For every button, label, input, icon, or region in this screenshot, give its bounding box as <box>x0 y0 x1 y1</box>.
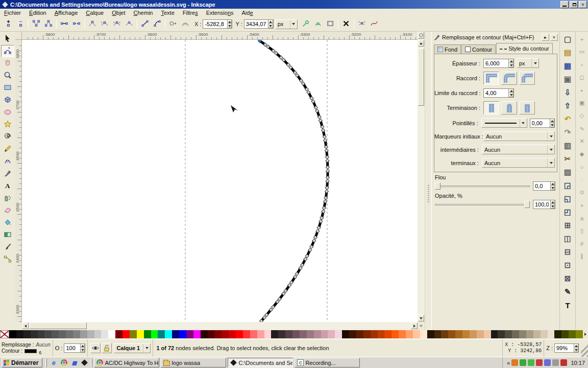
selector-tool[interactable] <box>1 33 14 45</box>
minimize-button[interactable] <box>560 1 569 8</box>
round-join-button[interactable] <box>501 72 517 85</box>
color-swatch[interactable] <box>193 330 201 338</box>
color-swatch[interactable] <box>9 330 16 338</box>
text-tool[interactable]: A <box>1 180 14 192</box>
task-acdc-highway-to-hell[interactable]: AC/DC Highway To Hel -... <box>94 358 159 367</box>
spinner-arrows[interactable] <box>268 19 274 29</box>
paint-bucket-tool[interactable] <box>1 217 14 229</box>
spinner-arrows[interactable] <box>509 59 514 68</box>
color-swatch[interactable] <box>413 330 420 338</box>
corner-node-button[interactable] <box>86 18 99 30</box>
miter-join-button[interactable] <box>483 72 499 85</box>
copy-button[interactable]: ▥ <box>561 139 574 152</box>
join-nodes-button[interactable] <box>30 18 42 30</box>
color-swatch[interactable] <box>384 330 391 338</box>
dropper-tool[interactable] <box>1 241 14 254</box>
tweak-tool[interactable] <box>1 57 14 70</box>
spinner-arrows[interactable] <box>81 343 85 353</box>
color-swatch[interactable] <box>23 330 31 338</box>
edit-mask-button[interactable] <box>324 18 336 30</box>
quick-launch-internet-explorer[interactable]: e <box>48 358 59 367</box>
horizontal-ruler[interactable]: -5800-5700-5600-5500-5400-5300-5200-5100 <box>22 32 418 40</box>
horizontal-scrollbar-thumb[interactable] <box>29 323 87 329</box>
color-swatch[interactable] <box>363 330 371 338</box>
spinner-down[interactable] <box>551 186 555 190</box>
dash-offset-input[interactable] <box>530 119 550 128</box>
dock-resize-handle[interactable] <box>425 32 431 330</box>
snap-bbox-centers-button[interactable]: ▣ <box>577 97 587 109</box>
calligraphy-tool[interactable] <box>1 168 14 180</box>
color-swatch[interactable] <box>554 330 561 338</box>
pencil-tool[interactable] <box>1 143 14 155</box>
x-coordinate-input[interactable] <box>203 19 227 29</box>
snap-paths-button[interactable]: ∿ <box>577 122 587 135</box>
spinner-arrows[interactable] <box>551 200 555 209</box>
rectangle-tool[interactable] <box>1 82 14 94</box>
color-swatch[interactable] <box>130 330 137 338</box>
ungroup-selection-button[interactable]: ⊠ <box>561 272 574 285</box>
unlink-clone-button[interactable]: ⊟ <box>561 245 574 259</box>
segment-to-curve-button[interactable] <box>151 18 163 30</box>
marker-start-arrow[interactable] <box>547 132 554 141</box>
color-swatch[interactable] <box>285 330 292 338</box>
menu-affichage[interactable]: Affichage <box>51 9 82 16</box>
color-swatch[interactable] <box>519 330 526 338</box>
scroll-right-button[interactable] <box>411 323 418 329</box>
layer-dropdown-arrow[interactable] <box>143 344 150 353</box>
color-swatch[interactable] <box>335 330 342 338</box>
vertical-scrollbar-thumb[interactable] <box>418 49 424 106</box>
color-swatch[interactable] <box>307 330 314 338</box>
color-swatch[interactable] <box>399 330 406 338</box>
marker-end-arrow[interactable] <box>547 158 554 167</box>
color-swatch[interactable] <box>214 330 222 338</box>
spinner-up[interactable] <box>550 119 554 123</box>
color-swatch[interactable] <box>179 330 186 338</box>
task-logo-wasaa-folder[interactable]: logo wasaa <box>161 358 226 367</box>
color-swatch[interactable] <box>448 330 455 338</box>
panel-undock-button[interactable]: ▸ <box>542 34 549 41</box>
scroll-down-button[interactable] <box>418 315 424 321</box>
spinner-down[interactable] <box>268 24 273 28</box>
tray-icon-red-shield[interactable] <box>560 359 567 366</box>
snap-cusp-nodes-button[interactable]: ◆ <box>577 148 587 160</box>
close-button[interactable]: × <box>579 1 587 8</box>
snap-nodes-button[interactable]: ◇ <box>577 109 587 122</box>
menu-aide[interactable]: Aide <box>238 9 257 16</box>
snap-bounding-box-button[interactable]: ▭ <box>577 45 587 58</box>
color-swatch[interactable] <box>321 330 328 338</box>
zoom-tool[interactable] <box>1 70 14 82</box>
color-swatch[interactable] <box>208 330 215 338</box>
next-path-effect-parameter-button[interactable] <box>300 18 312 30</box>
palette-scroll-arrow[interactable] <box>583 330 588 338</box>
tray-icon-green-check[interactable] <box>528 359 534 366</box>
color-swatch[interactable] <box>59 330 66 338</box>
spinner-down[interactable] <box>509 63 513 67</box>
spray-tool[interactable] <box>1 192 14 204</box>
bezier-pen-tool[interactable] <box>1 155 14 168</box>
snap-object-centers-button[interactable]: ⊙ <box>577 186 587 199</box>
show-bezier-handles-button[interactable] <box>356 18 368 30</box>
menu-calque[interactable]: Calque <box>82 9 108 16</box>
color-swatch[interactable] <box>271 330 278 338</box>
stroke-width-unit-dropdown[interactable]: px <box>517 58 539 68</box>
color-swatch[interactable] <box>378 330 385 338</box>
color-swatch[interactable] <box>541 330 548 338</box>
color-swatch[interactable] <box>151 330 158 338</box>
object-opacity-input[interactable] <box>64 343 81 353</box>
spinner-down[interactable] <box>550 123 554 127</box>
spinner-up[interactable] <box>551 200 555 204</box>
snap-bbox-edges-button[interactable]: ▫ <box>577 58 587 71</box>
color-swatch[interactable] <box>73 330 80 338</box>
opacity-slider-thumb[interactable] <box>524 201 530 208</box>
menu-filtres[interactable]: Filtres <box>179 9 202 16</box>
menu-texte[interactable]: Texte <box>157 9 178 16</box>
tray-icon-orange[interactable] <box>511 359 518 366</box>
task-inkscape-document[interactable]: C:\Documents and Se... <box>228 358 293 367</box>
snap-grids-button[interactable]: # <box>577 237 587 250</box>
opacity-slider[interactable] <box>435 200 530 209</box>
panel-close-button[interactable]: × <box>550 34 558 41</box>
spinner-arrows[interactable] <box>551 181 555 191</box>
layer-visibility-button[interactable] <box>90 343 101 353</box>
butt-cap-button[interactable] <box>483 101 499 114</box>
stroke-to-path-button[interactable] <box>179 18 191 30</box>
